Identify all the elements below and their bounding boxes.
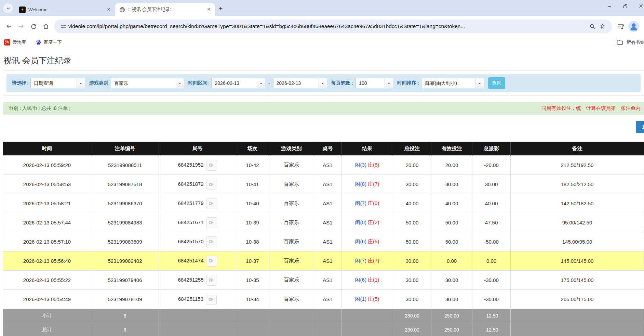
table-cell: 40.00 <box>431 194 472 213</box>
filter-label: 游戏类别 <box>89 80 108 86</box>
combo-value[interactable]: 100 <box>356 78 385 88</box>
video-replay-button[interactable] <box>206 294 217 305</box>
table-cell: 145.00/95.00 <box>511 232 644 251</box>
tab-welcome[interactable]: ✦ Welcome ✕ <box>15 3 115 16</box>
table-cell: 10-40 <box>236 194 269 213</box>
table-cell: 47.50 <box>472 213 511 232</box>
table-cell: 2026-02-13 05:55:22 <box>3 271 91 290</box>
column-header: 桌号 <box>314 142 341 156</box>
dropdown-arrow-icon[interactable] <box>257 78 265 88</box>
table-cell <box>511 323 644 336</box>
combo-value[interactable]: 日期查询 <box>31 78 77 88</box>
table-cell: 30.00 <box>431 290 472 309</box>
video-replay-button[interactable] <box>206 179 217 190</box>
media-controls-button[interactable] <box>615 21 626 32</box>
dropdown-arrow-icon[interactable] <box>77 78 85 88</box>
film-icon <box>209 239 214 245</box>
new-tab-button[interactable]: + <box>218 5 223 12</box>
table-cell: 182.50/212.50 <box>511 175 644 194</box>
round-number: 684251671 <box>178 219 203 225</box>
browser-tab-strip: ✦ Welcome ✕ :::视讯 会员下注纪录::: ✕ + <box>0 0 644 16</box>
filter-combo-5[interactable]: 降幂(由大到小) <box>422 78 484 88</box>
table-cell: 50.00 <box>393 232 431 251</box>
filter-combo-3[interactable]: 2026-02-13 <box>273 78 327 88</box>
column-header: 注单编号 <box>91 142 159 156</box>
close-tab-icon[interactable]: ✕ <box>205 6 212 13</box>
address-bar[interactable]: videoie.com/ipl/portal.php/game/betrecor… <box>54 20 612 33</box>
filter-label: 每页笔数 : <box>331 80 353 86</box>
table-cell: 百家乐 <box>269 213 314 232</box>
table-cell: AS1 <box>314 194 341 213</box>
table-cell: 百家乐 <box>269 290 314 309</box>
combo-value[interactable]: 2026-02-13 <box>273 78 319 88</box>
tab-title: Welcome <box>28 7 105 12</box>
round-number: 684251570 <box>178 238 203 244</box>
result-banker: 庄(5) <box>366 296 379 302</box>
table-cell: 212.50/192.50 <box>511 156 644 175</box>
window-controls <box>602 0 644 12</box>
site-info-button[interactable] <box>58 21 68 31</box>
tab-search-button[interactable] <box>3 3 13 13</box>
dropdown-arrow-icon[interactable] <box>475 78 484 88</box>
restore-button[interactable] <box>617 0 633 12</box>
video-replay-button[interactable] <box>206 198 217 209</box>
round-number: 684251779 <box>178 200 203 206</box>
table-cell: 523199078109 <box>91 290 159 309</box>
table-row: 2026-02-13 05:55:22523199079406684251255… <box>3 271 644 290</box>
combo-value[interactable]: 降幂(由大到小) <box>422 78 475 88</box>
table-cell: 2026-02-13 05:58:21 <box>3 194 91 213</box>
result-banker: 庄(5) <box>366 238 379 244</box>
table-cell <box>314 309 341 323</box>
table-cell: 8 <box>91 309 159 323</box>
film-icon <box>209 277 214 283</box>
back-button[interactable] <box>3 20 15 33</box>
video-replay-button[interactable] <box>206 256 217 267</box>
table-header-row: 时间注单编号局号场次游戏类别桌号结果总投注有效投注总派彩备注 <box>3 142 644 156</box>
bookmarks-bar: 淘 爱淘宝 百度一下 所有书签 <box>0 37 644 48</box>
table-cell: 95.00/142.50 <box>511 213 644 232</box>
home-button[interactable] <box>40 20 52 33</box>
close-tab-icon[interactable]: ✕ <box>105 6 112 13</box>
video-replay-button[interactable] <box>206 160 217 171</box>
table-cell: AS1 <box>314 251 341 271</box>
table-cell: 闲(3) 庄(8) <box>341 156 393 175</box>
search-button[interactable]: 查询 <box>488 77 505 89</box>
filter-combo-1[interactable]: 百家乐 <box>111 78 184 88</box>
table-cell: -12.50 <box>472 309 511 323</box>
filter-combo-0[interactable]: 日期查询 <box>30 78 85 88</box>
chevron-down-icon <box>6 6 11 11</box>
close-window-button[interactable] <box>633 0 644 12</box>
page-1-button[interactable]: 1 <box>636 121 644 133</box>
dropdown-arrow-icon[interactable] <box>319 78 327 88</box>
result-player: 闲(1) <box>355 296 366 302</box>
table-cell <box>236 309 269 323</box>
minimize-button[interactable] <box>602 0 617 12</box>
column-header: 总投注 <box>393 142 431 156</box>
zoom-out-button[interactable] <box>587 21 598 31</box>
url-text[interactable]: videoie.com/ipl/portal.php/game/betrecor… <box>68 23 587 29</box>
reload-button[interactable] <box>27 20 40 33</box>
combo-value[interactable]: 2026-02-13 <box>212 78 257 88</box>
video-replay-button[interactable] <box>206 236 217 247</box>
baidu-paw-icon <box>36 39 41 45</box>
video-replay-button[interactable] <box>206 217 217 228</box>
video-replay-button[interactable] <box>206 275 217 286</box>
dropdown-arrow-icon[interactable] <box>385 78 393 88</box>
page-title: 视讯 会员下注纪录 <box>3 55 644 66</box>
forward-button[interactable] <box>15 20 27 33</box>
tab-bet-records[interactable]: :::视讯 会员下注纪录::: ✕ <box>115 3 215 16</box>
combo-value[interactable]: 百家乐 <box>111 78 176 88</box>
all-bookmarks[interactable]: 所有书签 <box>613 37 644 48</box>
table-cell: 小计 <box>3 309 91 323</box>
bookmark-star-button[interactable] <box>598 21 608 31</box>
table-cell: 175.00/145.00 <box>511 271 644 290</box>
filter-combo-2[interactable]: 2026-02-13 <box>211 78 265 88</box>
filter-combo-4[interactable]: 100 <box>355 78 393 88</box>
table-cell <box>236 323 269 336</box>
bookmark-baidu[interactable]: 百度一下 <box>36 39 62 46</box>
bookmark-aitaobao[interactable]: 淘 爱淘宝 <box>4 39 26 46</box>
dropdown-arrow-icon[interactable] <box>176 78 184 88</box>
profile-avatar[interactable] <box>628 21 639 32</box>
table-cell <box>159 309 236 323</box>
round-number: 684251255 <box>178 276 203 282</box>
